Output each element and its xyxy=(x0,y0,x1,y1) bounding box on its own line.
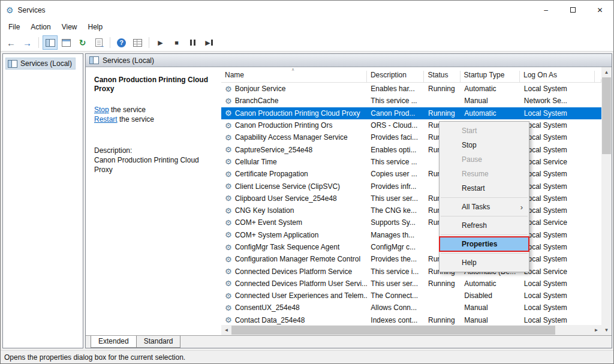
service-name-cell: ⚙Bonjour Service xyxy=(221,83,367,95)
services-pane: Services (Local) Canon Production Printi… xyxy=(85,53,612,348)
restart-service-link[interactable]: Restart xyxy=(94,115,118,124)
menu-item-stop[interactable]: Stop xyxy=(440,138,529,152)
help-icon: ? xyxy=(117,38,126,47)
menu-item-label: Stop xyxy=(462,141,477,149)
stop-service-link[interactable]: Stop xyxy=(94,106,109,114)
table-row[interactable]: ⚙COM+ Event SystemSupports Sy...RunningL… xyxy=(221,216,601,228)
context-menu: StartStopPauseResumeRestartAll Tasks›Ref… xyxy=(439,121,529,272)
description-cell: Enables har... xyxy=(367,83,425,95)
row-filler-cell xyxy=(595,204,601,216)
menu-help[interactable]: Help xyxy=(83,20,109,34)
status-cell xyxy=(425,290,460,302)
menu-item-restart[interactable]: Restart xyxy=(440,181,529,195)
horizontal-scrollbar[interactable]: ◄ ► xyxy=(221,325,601,335)
scroll-right-button[interactable]: ► xyxy=(591,325,601,335)
forward-button[interactable]: → xyxy=(20,35,35,50)
pane-header-title: Services (Local) xyxy=(103,56,154,65)
pause-service-button[interactable] xyxy=(185,35,200,50)
scroll-down-button[interactable]: ▼ xyxy=(601,325,612,335)
table-row[interactable]: ⚙Clipboard User Service_254e48This user … xyxy=(221,192,601,204)
startup-type-cell: Automatic xyxy=(460,83,520,95)
show-hide-console-tree-button[interactable] xyxy=(43,35,58,50)
table-row[interactable]: ⚙Capability Access Manager ServiceProvid… xyxy=(221,131,601,143)
tab-extended[interactable]: Extended xyxy=(91,336,137,348)
log-on-as-cell: Local System xyxy=(520,229,595,241)
menu-item-label: Properties xyxy=(462,240,497,248)
properties-window-button[interactable] xyxy=(59,35,74,50)
row-filler-cell xyxy=(595,180,601,192)
close-button[interactable]: ✕ xyxy=(586,1,613,19)
menu-action[interactable]: Action xyxy=(25,20,56,34)
menu-item-all-tasks[interactable]: All Tasks› xyxy=(440,200,529,214)
column-header-log-on-as[interactable]: Log On As xyxy=(520,71,595,82)
table-row[interactable]: ⚙Connected Devices Platform ServiceThis … xyxy=(221,265,601,277)
stop-service-button[interactable]: ■ xyxy=(169,35,184,50)
column-header-description[interactable]: Description xyxy=(367,71,425,82)
export-list-button[interactable] xyxy=(91,35,106,50)
table-row[interactable]: ⚙Connected Devices Platform User Servi..… xyxy=(221,278,601,290)
table-row[interactable]: ⚙Configuration Manager Remote ControlPro… xyxy=(221,253,601,265)
horizontal-scroll-track[interactable] xyxy=(231,325,591,335)
vertical-scrollbar[interactable]: ▲ xyxy=(601,67,612,325)
tree-item-services-local[interactable]: Services (Local) xyxy=(5,58,76,70)
description-cell: This service i... xyxy=(367,265,425,277)
table-row[interactable]: ⚙Connected User Experiences and Telem...… xyxy=(221,290,601,302)
window-title: Services xyxy=(18,6,532,14)
menu-item-help[interactable]: Help xyxy=(440,255,529,270)
scroll-left-button[interactable]: ◄ xyxy=(221,325,231,335)
refresh-button[interactable]: ↻ xyxy=(75,35,90,50)
service-name-text: BranchCache xyxy=(235,97,279,105)
back-button[interactable]: ← xyxy=(4,35,19,50)
row-filler-cell xyxy=(595,156,601,168)
service-name-text: Cellular Time xyxy=(235,158,277,166)
table-row[interactable]: ⚙CaptureService_254e48Enables opti...Run… xyxy=(221,143,601,155)
table-row[interactable]: ⚙Contact Data_254e48Indexes cont...Runni… xyxy=(221,314,601,325)
vertical-scroll-track[interactable] xyxy=(601,77,612,325)
service-name-cell: ⚙Contact Data_254e48 xyxy=(221,314,367,325)
table-row[interactable]: ⚙BranchCacheThis service ...ManualNetwor… xyxy=(221,95,601,107)
description-cell: Allows Conn... xyxy=(367,302,425,314)
table-row[interactable]: ⚙CNG Key IsolationThe CNG ke...RunningLo… xyxy=(221,204,601,216)
table-row[interactable]: ⚙ConsentUX_254e48Allows Conn...ManualLoc… xyxy=(221,302,601,314)
menu-separator xyxy=(441,197,528,198)
status-cell xyxy=(425,95,460,107)
table-row[interactable]: ⚙Bonjour ServiceEnables har...RunningAut… xyxy=(221,83,601,95)
menu-item-refresh[interactable]: Refresh xyxy=(440,218,529,233)
table-row[interactable]: ⚙Canon Production Printing Cloud ProxyCa… xyxy=(221,107,601,119)
column-header-status[interactable]: Status xyxy=(424,71,460,82)
service-name-cell: ⚙Canon Production Printing Ors xyxy=(221,119,367,131)
table-row[interactable]: ⚙ConfigMgr Task Sequence AgentConfigMgr … xyxy=(221,241,601,253)
table-row[interactable]: ⚙Client License Service (ClipSVC)Provide… xyxy=(221,180,601,192)
menu-item-properties[interactable]: Properties xyxy=(440,237,529,251)
column-header-startup-type[interactable]: Startup Type xyxy=(460,71,520,82)
table-row[interactable]: ⚙COM+ System ApplicationManages th...Loc… xyxy=(221,229,601,241)
table-row[interactable]: ⚙Canon Production Printing OrsORS - Clou… xyxy=(221,119,601,131)
table-row[interactable]: ⚙Cellular TimeThis service ...Local Serv… xyxy=(221,156,601,168)
menu-item-label: Restart xyxy=(462,184,485,192)
scroll-up-button[interactable]: ▲ xyxy=(601,67,612,77)
restart-service-button[interactable]: ▶ xyxy=(201,35,216,50)
table-row[interactable]: ⚙Certificate PropagationCopies user ...R… xyxy=(221,168,601,180)
tab-standard[interactable]: Standard xyxy=(136,336,181,348)
start-service-button[interactable]: ▶ xyxy=(153,35,168,50)
service-gear-icon: ⚙ xyxy=(225,279,232,288)
menu-file[interactable]: File xyxy=(3,20,25,34)
scrollbar-corner: ▼ xyxy=(601,325,612,335)
menu-item-label: All Tasks xyxy=(462,203,490,211)
properties-window-icon xyxy=(62,39,71,47)
service-gear-icon: ⚙ xyxy=(225,243,232,252)
row-filler-cell xyxy=(595,119,601,131)
minimize-button[interactable]: – xyxy=(532,1,559,19)
service-gear-icon: ⚙ xyxy=(225,230,232,239)
maximize-button[interactable] xyxy=(559,1,586,19)
vertical-scroll-thumb[interactable] xyxy=(602,77,611,154)
help-button[interactable]: ? xyxy=(114,35,129,50)
start-service-icon: ▶ xyxy=(158,40,162,46)
scroll-up-icon: ▲ xyxy=(604,70,609,75)
menu-view[interactable]: View xyxy=(56,20,83,34)
horizontal-scroll-thumb[interactable] xyxy=(231,326,555,335)
menu-item-label: Pause xyxy=(462,155,482,164)
service-name-text: Canon Production Printing Cloud Proxy xyxy=(235,109,360,118)
extended-view-button[interactable] xyxy=(130,35,145,50)
column-header-name[interactable]: Name xyxy=(221,71,367,82)
